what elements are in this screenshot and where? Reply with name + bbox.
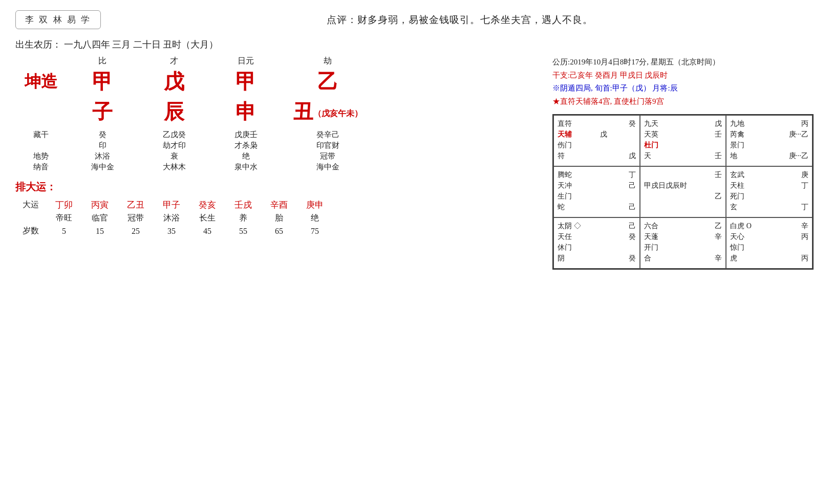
qi-men-grid: 直符 癸 天辅 戊 伤门 符 戊 九天 戊 天英 壬 杜门 天 壬 九地 (552, 114, 814, 270)
dayun-age-1: 15 (82, 227, 118, 236)
hidden-stems-row: 藏干 癸 乙戊癸 戊庚壬 癸辛己 (15, 130, 537, 140)
nayin-1: 海中金 (67, 162, 138, 172)
dizhi-1: 沐浴 (67, 151, 138, 161)
right-line3: ※阴遁四局, 旬首:甲子（戊） 月将:辰 (552, 82, 819, 95)
qi-cell-8-door: 惊门 (730, 242, 808, 253)
hidden-role-1: 印 (67, 141, 138, 150)
qi-cell-7-door: 开门 (644, 242, 722, 253)
nayin-3: 泉中水 (210, 162, 282, 172)
qi-cell-5-door: 死门 (730, 191, 808, 202)
qi-cell-1-bot: 天 壬 (644, 150, 722, 161)
bazi-heavenly: 坤造 甲 戊 甲 乙 (15, 68, 537, 96)
dayun-status-0: 帝旺 (46, 213, 82, 224)
dizhi-2: 衰 (138, 151, 210, 161)
qi-cell-4-bot: 乙 (644, 191, 722, 202)
qi-cell-8-top: 白虎 O 辛 (730, 221, 808, 231)
hidden-4: 癸辛己 (282, 130, 374, 140)
earthly-3: 申 (210, 98, 282, 126)
earthly-note: （戊亥午未） (313, 109, 362, 118)
qi-cell-1: 九天 戊 天英 壬 杜门 天 壬 (640, 115, 726, 166)
dayun-name-3: 甲子 (154, 199, 189, 211)
qi-cell-8-mid: 天心 丙 (730, 231, 808, 242)
role-0 (15, 56, 67, 67)
earthly-4: 丑（戊亥午未） (282, 98, 374, 126)
age-label: 岁数 (15, 226, 46, 236)
qi-cell-8: 白虎 O 辛 天心 丙 惊门 虎 丙 (726, 217, 812, 269)
role-1: 比 (67, 56, 138, 67)
dayun-age-2: 25 (118, 227, 154, 236)
dizhi-3: 绝 (210, 151, 282, 161)
dayun-age-row: 岁数515253545556575 (15, 226, 537, 236)
right-line4: ★直符天辅落4宫, 直使杜门落9宫 (552, 95, 819, 108)
bazi-role-labels: 比 才 日元 劫 (15, 56, 537, 67)
left-section: 比 才 日元 劫 坤造 甲 戊 甲 乙 子 辰 申 丑（戊亥午未） 藏干 癸 (15, 56, 537, 270)
heavenly-4: 乙 (282, 68, 374, 96)
dayun-status-4: 长生 (189, 213, 225, 224)
dayun-status-7: 绝 (297, 213, 333, 224)
nayin-label: 纳音 (15, 162, 67, 172)
hidden-label: 藏干 (15, 130, 67, 140)
qi-cell-4: 壬 甲戌日戊辰时 乙 (640, 166, 726, 217)
hidden-3: 戊庚壬 (210, 130, 282, 140)
qi-cell-1-top: 九天 戊 (644, 118, 722, 129)
qi-cell-4-top: 壬 (644, 169, 722, 180)
dayun-status-3: 沐浴 (154, 213, 189, 224)
dayun-status-row: 帝旺临官冠带沐浴长生养胎绝 (15, 213, 537, 224)
dayun-status-2: 冠带 (118, 213, 154, 224)
qi-cell-3-door: 生门 (558, 191, 636, 202)
hidden-role-3: 才杀枭 (210, 141, 282, 150)
qi-cell-5: 玄武 庚 天柱 丁 死门 玄 丁 (726, 166, 812, 217)
bazi-earthly: 子 辰 申 丑（戊亥午未） (15, 98, 537, 126)
qi-cell-5-mid: 天柱 丁 (730, 180, 808, 191)
qi-cell-0-bot: 符 戊 (558, 150, 636, 161)
qi-cell-0-door: 伤门 (558, 140, 636, 150)
right-line2: 干支:己亥年 癸酉月 甲戌日 戊辰时 (552, 69, 819, 82)
right-info: 公历:2019年10月4日8时17分, 星期五（北京时间） 干支:己亥年 癸酉月… (552, 56, 819, 108)
qi-cell-1-mid: 天英 壬 (644, 129, 722, 140)
qi-cell-6-top: 太阴 ◇ 己 (558, 221, 636, 231)
nayin-4: 海中金 (282, 162, 374, 172)
dizhi-label: 地势 (15, 151, 67, 161)
bazi-title: 坤造 (15, 71, 67, 93)
dayun-age-5: 55 (225, 227, 261, 236)
qi-cell-7-bot: 合 辛 (644, 253, 722, 264)
qi-cell-0: 直符 癸 天辅 戊 伤门 符 戊 (553, 115, 640, 166)
earthly-2: 辰 (138, 98, 210, 126)
dayun-name-0: 丁卯 (46, 199, 82, 211)
dayun-age-3: 35 (154, 227, 189, 236)
nayin-2: 大林木 (138, 162, 210, 172)
dayun-status-5: 养 (225, 213, 261, 224)
dayun-name-6: 辛酉 (261, 199, 297, 211)
heavenly-1: 甲 (67, 68, 138, 96)
dayun-age-6: 65 (261, 227, 297, 236)
hidden-1: 癸 (67, 130, 138, 140)
dayun-age-4: 45 (189, 227, 225, 236)
qi-cell-2-top: 九地 丙 (730, 118, 808, 129)
qi-cell-6-bot: 阴 癸 (558, 253, 636, 264)
dayun-name-2: 乙丑 (118, 199, 154, 211)
header-comment: 点评：财多身弱，易被金钱吸引。七杀坐夫宫，遇人不良。 (101, 13, 819, 27)
qi-cell-0-mid: 天辅 戊 (558, 129, 636, 140)
qi-cell-5-top: 玄武 庚 (730, 169, 808, 180)
hidden-2: 乙戊癸 (138, 130, 210, 140)
qi-cell-3-mid: 天冲 己 (558, 180, 636, 191)
dayun-container: 大运丁卯丙寅乙丑甲子癸亥壬戌辛酉庚申帝旺临官冠带沐浴长生养胎绝岁数5152535… (15, 199, 537, 236)
role-2: 才 (138, 56, 210, 67)
qi-cell-8-bot: 虎 丙 (730, 253, 808, 264)
qi-cell-5-bot: 玄 丁 (730, 202, 808, 212)
right-section: 公历:2019年10月4日8时17分, 星期五（北京时间） 干支:己亥年 癸酉月… (552, 56, 819, 270)
qi-cell-3: 腾蛇 丁 天冲 己 生门 蛇 己 (553, 166, 640, 217)
earthly-1: 子 (67, 98, 138, 126)
dayun-age-7: 75 (297, 227, 333, 236)
hidden-role-4: 印官财 (282, 141, 374, 150)
qi-cell-2-door: 景门 (730, 140, 808, 150)
qi-cell-2-bot: 地 庚···乙 (730, 150, 808, 161)
dizhi-strength-row: 地势 沐浴 衰 绝 冠带 (15, 151, 537, 161)
dayun-title: 排大运： (15, 180, 537, 194)
birth-label: 出生农历： (15, 39, 61, 50)
qi-cell-0-top: 直符 癸 (558, 118, 636, 129)
qi-cell-1-door: 杜门 (644, 140, 722, 150)
qi-cell-7: 六合 乙 天蓬 辛 开门 合 辛 (640, 217, 726, 269)
hidden-role-2: 劫才印 (138, 141, 210, 150)
heavenly-3: 甲 (210, 68, 282, 96)
